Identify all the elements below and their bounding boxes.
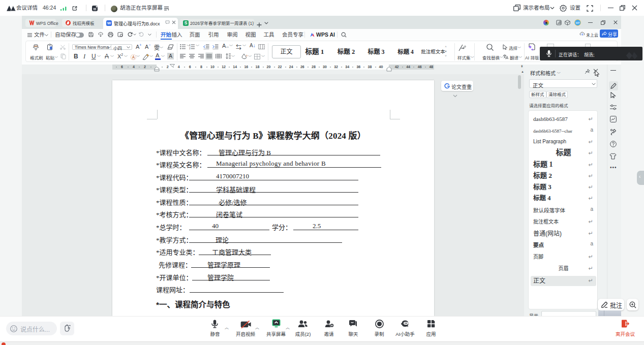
svg-text:1: 1 <box>189 44 191 47</box>
svg-text:2: 2 <box>189 47 191 49</box>
